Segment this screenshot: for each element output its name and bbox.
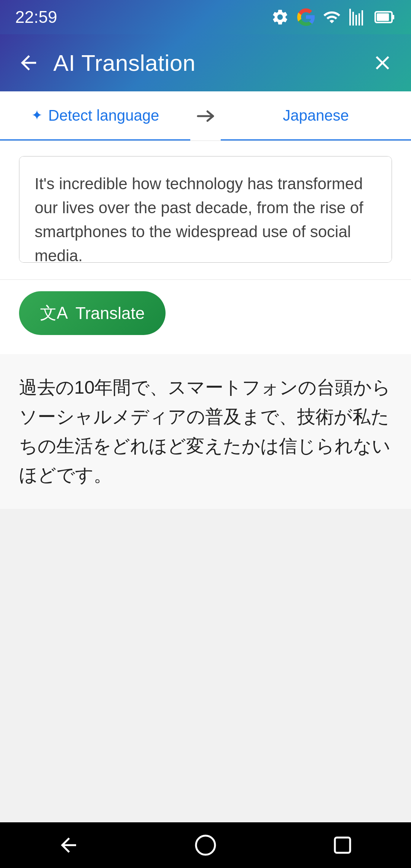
svg-rect-2 — [392, 15, 394, 19]
settings-icon — [271, 8, 289, 26]
nav-bar — [0, 822, 411, 868]
translate-section: 文A Translate — [0, 280, 411, 354]
svg-point-3 — [196, 836, 215, 855]
svg-rect-4 — [335, 838, 350, 853]
source-text-input[interactable] — [19, 156, 392, 263]
translate-button-label: Translate — [75, 304, 145, 323]
status-bar: 22:59 — [0, 0, 411, 34]
translate-icon: 文A — [40, 302, 68, 324]
battery-icon — [374, 8, 396, 26]
recents-nav-button[interactable] — [320, 830, 365, 860]
input-area — [0, 141, 411, 280]
language-selector-row: ✦ Detect language Japanese — [0, 91, 411, 141]
translate-button[interactable]: 文A Translate — [19, 291, 166, 335]
app-bar: AI Translation — [0, 34, 411, 91]
signal-icon — [349, 8, 367, 26]
close-button[interactable] — [369, 49, 396, 76]
back-button[interactable] — [15, 49, 42, 76]
g-icon — [297, 8, 315, 26]
sparkle-icon: ✦ — [31, 107, 43, 123]
app-title: AI Translation — [53, 50, 358, 76]
status-icons — [271, 8, 396, 26]
language-swap-arrow[interactable] — [190, 108, 221, 124]
output-area: 過去の10年間で、スマートフォンの台頭からソーシャルメディアの普及まで、技術が私… — [0, 354, 411, 509]
translated-text: 過去の10年間で、スマートフォンの台頭からソーシャルメディアの普及まで、技術が私… — [19, 373, 392, 490]
back-nav-button[interactable] — [46, 830, 91, 860]
source-language-label: Detect language — [48, 107, 159, 124]
source-language-button[interactable]: ✦ Detect language — [0, 91, 190, 140]
target-language-label: Japanese — [283, 107, 349, 124]
status-time: 22:59 — [15, 8, 57, 27]
target-language-button[interactable]: Japanese — [221, 91, 411, 140]
home-nav-button[interactable] — [183, 830, 228, 860]
svg-rect-1 — [377, 13, 389, 21]
wifi-icon — [323, 8, 341, 26]
